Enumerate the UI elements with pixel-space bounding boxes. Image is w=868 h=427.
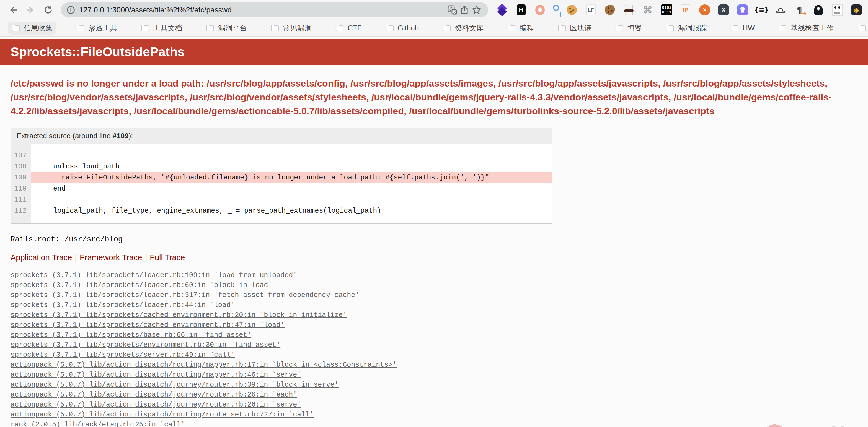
bookmark-folder-item[interactable]: 工具文档 — [137, 22, 186, 35]
folder-icon — [271, 24, 279, 32]
code-line: 112 logical_path, file_type, engine_extn… — [11, 205, 552, 217]
folder-icon — [141, 24, 150, 32]
code-line: 111 — [11, 194, 552, 205]
bookmark-star-icon[interactable] — [470, 4, 483, 16]
line-number: 107 — [11, 150, 31, 161]
stack-trace-line[interactable]: rack (2.0.5) lib/rack/etag.rb:25:in `cal… — [10, 420, 868, 427]
bookmark-folder-item[interactable]: Github — [382, 22, 423, 34]
bookmark-folder-item[interactable]: 渗透工具 — [72, 22, 121, 35]
bookmark-folder-item[interactable]: 常见漏洞 — [267, 22, 315, 35]
stack-trace-list: sprockets (3.7.1) lib/sprockets/loader.r… — [10, 270, 868, 427]
folder-icon — [558, 24, 566, 32]
framework-trace-link[interactable]: Framework Trace — [80, 253, 142, 262]
folder-icon — [731, 24, 739, 32]
bookmark-folder-item[interactable]: 漏洞跟踪 — [662, 22, 711, 35]
line-code: unless load_path — [31, 161, 552, 172]
bookmark-label: 基线检查工作 — [790, 23, 834, 33]
watermark-brand: aury.Net — [783, 419, 864, 427]
ip-extension-icon[interactable]: IP — [680, 4, 692, 16]
line-code: raise FileOutsidePaths, "#{unloaded.file… — [31, 172, 552, 183]
stack-trace-line[interactable]: actionpack (5.0.7) lib/action_dispatch/r… — [10, 360, 868, 370]
line-number: 109 — [11, 172, 31, 183]
json-formatter-extension-icon[interactable]: {≡} — [755, 4, 768, 16]
lf-extension-icon[interactable]: LF — [585, 4, 597, 16]
full-trace-link[interactable]: Full Trace — [150, 253, 185, 262]
rails-root: Rails.root: /usr/src/blog — [10, 235, 868, 244]
bookmark-folder-item[interactable]: 区块链 — [554, 22, 595, 35]
line-number: 108 — [11, 161, 31, 172]
stack-trace-line[interactable]: sprockets (3.7.1) lib/sprockets/base.rb:… — [10, 330, 868, 340]
pin-extension-icon[interactable] — [553, 5, 559, 11]
browser-toolbar: 127.0.0.1:3000/assets/file:%2f%2f/etc/pa… — [0, 0, 868, 20]
pilcrow-extension-icon[interactable]: ¶→ — [793, 4, 805, 16]
application-trace-link[interactable]: Application Trace — [10, 253, 72, 262]
hoodie-extension-icon[interactable] — [812, 4, 825, 16]
gold-cube-extension-icon[interactable]: ◈ — [850, 4, 863, 16]
bookmarks-bar: 信息收集 渗透工具 工具文档 漏洞平台 常见漏洞 — [0, 20, 868, 36]
code-line: 109 raise FileOutsidePaths, "#{unloaded.… — [11, 172, 552, 183]
ring-extension-icon[interactable] — [534, 4, 546, 16]
bookmark-folder-item[interactable]: 漏洞平台 — [202, 22, 251, 35]
extracted-source-box: Extracted source (around line #109): 107… — [10, 128, 553, 224]
stack-trace-line[interactable]: sprockets (3.7.1) lib/sprockets/loader.r… — [10, 300, 868, 310]
white-hat-extension-icon[interactable] — [774, 4, 786, 16]
bookmark-label: 资料文库 — [455, 23, 484, 33]
site-info-icon[interactable] — [66, 5, 75, 14]
folder-icon — [858, 24, 866, 32]
bookmark-folder-item[interactable]: HW — [726, 22, 758, 34]
line-ref: #109 — [113, 132, 129, 140]
stack-trace-line[interactable]: sprockets (3.7.1) lib/sprockets/cached_e… — [10, 310, 868, 320]
svg-text:文: 文 — [453, 10, 457, 14]
bookmark-label: 博客 — [627, 23, 642, 33]
stack-trace-line[interactable]: sprockets (3.7.1) lib/sprockets/loader.r… — [10, 290, 868, 300]
folder-icon — [206, 24, 214, 32]
x-extension-icon[interactable]: X — [717, 4, 730, 16]
error-banner: Sprockets::FileOutsidePaths — [0, 39, 868, 65]
bookmark-folder-item[interactable]: CTF — [332, 22, 366, 34]
folder-icon — [336, 24, 344, 32]
trace-nav: Application Trace|Framework Trace|Full T… — [10, 253, 868, 262]
forward-button[interactable] — [23, 3, 38, 17]
stack-trace-line[interactable]: sprockets (3.7.1) lib/sprockets/loader.r… — [10, 270, 868, 281]
hackbar-extension-icon[interactable]: H — [515, 4, 527, 16]
error-message: /etc/passwd is no longer under a load pa… — [10, 76, 868, 118]
stack-trace-line[interactable]: actionpack (5.0.7) lib/action_dispatch/r… — [10, 370, 868, 380]
stack-trace-line[interactable]: sprockets (3.7.1) lib/sprockets/environm… — [10, 340, 868, 350]
translate-icon[interactable]: G文 — [446, 4, 458, 16]
reload-button[interactable] — [41, 3, 55, 17]
masked-document-extension-icon[interactable] — [623, 4, 635, 16]
share-icon[interactable] — [458, 4, 470, 16]
error-message-line: /etc/passwd is no longer under a load pa… — [10, 76, 868, 90]
cookie-editor-extension-icon[interactable] — [604, 4, 616, 16]
bookmark-label: HW — [743, 24, 754, 32]
stack-trace-line[interactable]: sprockets (3.7.1) lib/sprockets/cached_e… — [10, 320, 868, 330]
command-extension-icon[interactable]: ⌘ — [642, 4, 654, 16]
bookmark-folder-item[interactable]: 信息收集 — [8, 22, 57, 35]
bookmark-folder-item[interactable]: 博客 — [612, 22, 646, 35]
stack-trace-line[interactable]: actionpack (5.0.7) lib/action_dispatch/j… — [10, 400, 868, 410]
bookmark-folder-item[interactable]: 语雀 — [854, 22, 868, 35]
line-code: logical_path, file_type, engine_extnames… — [31, 205, 552, 217]
line-code: end — [31, 183, 552, 194]
wappalyzer-extension-icon[interactable] — [496, 4, 508, 16]
folder-icon — [507, 24, 516, 32]
stack-trace-line[interactable]: actionpack (5.0.7) lib/action_dispatch/r… — [10, 410, 868, 420]
bookmark-folder-item[interactable]: 基线检查工作 — [774, 22, 838, 35]
crown-extension-icon[interactable]: ♕ — [737, 4, 749, 16]
stack-trace-line[interactable]: actionpack (5.0.7) lib/action_dispatch/j… — [10, 380, 868, 390]
cookie-extension-icon[interactable] — [566, 4, 578, 16]
line-number: 110 — [11, 183, 31, 194]
bookmark-folder-item[interactable]: 资料文库 — [439, 22, 488, 35]
address-bar[interactable]: 127.0.0.1:3000/assets/file:%2f%2f/etc/pa… — [61, 2, 488, 18]
source-code: 107 108 unless load_path 109 raise FileO… — [11, 143, 552, 223]
stack-trace-line[interactable]: sprockets (3.7.1) lib/sprockets/loader.r… — [10, 281, 868, 290]
orange-circle-extension-icon[interactable]: × — [699, 4, 711, 16]
panda-extension-icon[interactable] — [831, 4, 843, 16]
bookmark-label: 工具文档 — [153, 23, 182, 33]
stack-trace-line[interactable]: sprockets (3.7.1) lib/sprockets/server.r… — [10, 350, 868, 360]
back-button[interactable] — [5, 3, 20, 17]
stack-trace-line[interactable]: actionpack (5.0.7) lib/action_dispatch/j… — [10, 390, 868, 400]
bookmark-folder-item[interactable]: 编程 — [503, 22, 538, 35]
url-text[interactable]: 127.0.0.1:3000/assets/file:%2f%2f/etc/pa… — [79, 6, 446, 14]
binary-extension-icon[interactable]: 01010011 — [661, 4, 673, 16]
